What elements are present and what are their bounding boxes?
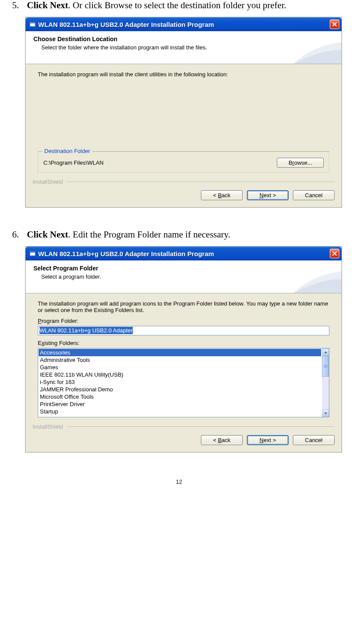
list-item[interactable]: Microsoft Office Tools [39,393,321,400]
header-subtitle: Select a program folder. [41,273,334,280]
instruction-step-5: 5. Click Next. Or click Browse to select… [12,0,346,11]
close-icon [332,22,337,27]
brand-divider [66,426,335,427]
next-button[interactable]: Next > [247,190,289,200]
list-item[interactable]: JAMMER Professional Demo [39,386,321,393]
next-button[interactable]: Next > [247,435,289,445]
list-item[interactable]: i-Sync for 163 [39,378,321,386]
body-panel: The installation program will add progra… [26,293,342,421]
button-row: < Back Next > Cancel [26,185,342,207]
cancel-button[interactable]: Cancel [293,190,335,200]
app-icon [29,250,36,257]
step-bold: Click Next [27,229,68,240]
back-button[interactable]: < Back [201,435,243,445]
destination-folder-legend: Destination Folder [43,148,92,154]
installshield-brand: InstallShield [26,176,342,185]
step-rest: . Edit the Program Folder name if necess… [68,229,230,240]
header-subtitle: Select the folder where the installation… [41,44,334,51]
existing-folders-listbox[interactable]: Accessories Administrative Tools Games I… [38,348,329,417]
list-item[interactable]: IEEE 802.11b WLAN Utility(USB) [39,371,321,378]
dialog-select-program-folder: WLAN 802.11a+b+g USB2.0 Adapter Installa… [25,246,342,452]
header-title: Choose Destination Location [33,36,334,42]
window-title: WLAN 802.11a+b+g USB2.0 Adapter Installa… [38,250,330,257]
step-number: 5. [12,0,27,11]
chevron-up-icon [324,351,327,353]
scroll-down-button[interactable] [322,410,329,417]
step-bold: Click Next [27,0,68,10]
header-decoration-icon [294,42,342,64]
destination-folder-group: Destination Folder C:\Program Files\WLAN… [38,151,329,172]
scrollbar[interactable] [322,348,329,417]
header-panel: Select Program Folder Select a program f… [26,260,342,293]
program-folder-value: WLAN 802.11a+b+g USB2.0 Adapter [39,327,133,334]
svg-rect-1 [30,22,35,23]
instruction-step-6: 6. Click Next. Edit the Program Folder n… [12,229,346,240]
cancel-button[interactable]: Cancel [293,435,335,445]
step-rest: . Or click Browse to select the destinat… [68,0,286,10]
chevron-down-icon [324,413,327,414]
step-number: 6. [12,229,27,240]
program-folder-label: Program Folder: [38,318,329,324]
list-item[interactable]: Startup [39,408,321,415]
scrollbar-track[interactable] [322,377,329,410]
button-row: < Back Next > Cancel [26,430,342,452]
close-button[interactable] [330,249,339,258]
window-title: WLAN 802.11a+b+g USB2.0 Adapter Installa… [38,21,330,28]
svg-rect-3 [30,251,35,253]
brand-divider [66,182,335,182]
titlebar[interactable]: WLAN 802.11a+b+g USB2.0 Adapter Installa… [26,247,342,260]
body-description: The installation program will add progra… [38,300,329,313]
app-icon [29,21,36,28]
header-panel: Choose Destination Location Select the f… [26,31,342,64]
scrollbar-thumb[interactable] [322,356,329,377]
list-item[interactable]: Accessories [39,349,321,356]
browse-button[interactable]: Browse... [277,158,324,168]
brand-text: InstallShield [33,179,63,185]
body-description: The installation program will install th… [38,71,329,78]
close-button[interactable] [330,20,339,29]
brand-text: InstallShield [33,423,63,430]
page-number: 12 [12,478,346,485]
list-item[interactable]: PrintServer Driver [39,400,321,408]
existing-folders-label: Existing Folders: [38,340,329,346]
dialog-choose-destination: WLAN 802.11a+b+g USB2.0 Adapter Installa… [25,17,342,208]
destination-path: C:\Program Files\WLAN [43,159,104,166]
body-panel: The installation program will install th… [26,64,342,176]
program-folder-input[interactable]: WLAN 802.11a+b+g USB2.0 Adapter [38,326,329,335]
list-inner: Accessories Administrative Tools Games I… [38,348,322,417]
list-item[interactable]: Games [39,364,321,371]
scroll-up-button[interactable] [322,348,329,356]
close-icon [332,251,337,256]
header-decoration-icon [294,271,342,293]
titlebar[interactable]: WLAN 802.11a+b+g USB2.0 Adapter Installa… [26,17,342,31]
list-item[interactable]: Administrative Tools [39,356,321,364]
installshield-brand: InstallShield [26,421,342,430]
header-title: Select Program Folder [33,265,334,272]
back-button[interactable]: < Back [201,190,243,200]
